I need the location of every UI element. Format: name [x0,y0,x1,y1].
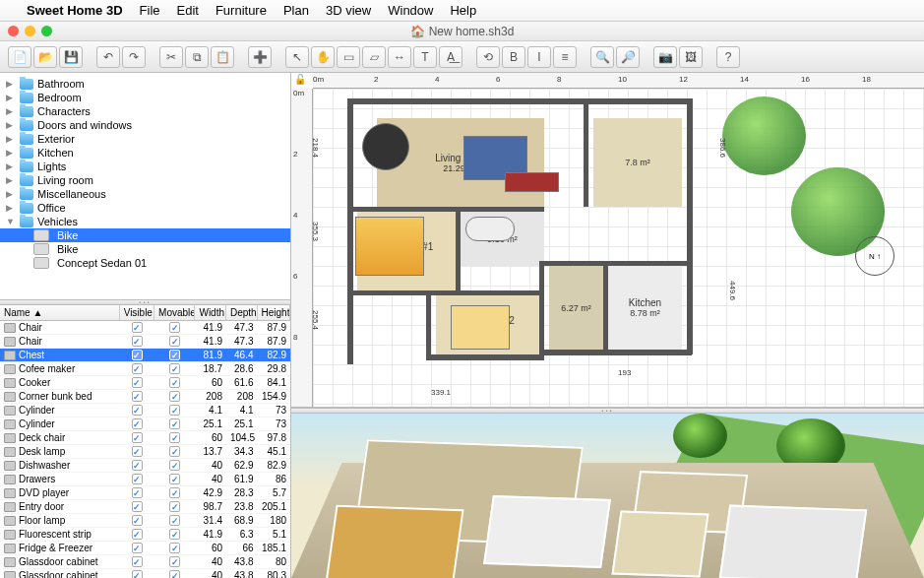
plan-3d-view[interactable] [291,414,924,578]
visible-checkbox[interactable] [132,501,143,512]
movable-checkbox[interactable] [169,487,180,498]
movable-checkbox[interactable] [169,418,180,429]
visible-checkbox[interactable] [132,336,143,347]
catalog-category[interactable]: Characters [0,104,290,118]
catalog-category[interactable]: Doors and windows [0,118,290,132]
visible-checkbox[interactable] [132,363,143,374]
photo-button[interactable]: 🖼 [679,46,703,68]
catalog-category[interactable]: Bathroom [0,77,290,91]
table-row[interactable]: Floor lamp 31.468.9180 [0,514,290,528]
movable-checkbox[interactable] [169,336,180,347]
table-row[interactable]: Entry door 98.723.8205.1 [0,500,290,514]
minimize-window-button[interactable] [25,26,35,36]
zoom-in-button[interactable]: 🔍 [590,46,614,68]
catalog-category[interactable]: Office [0,201,290,215]
app-name-menu[interactable]: Sweet Home 3D [27,3,123,18]
col-visible[interactable]: Visible [120,305,154,320]
col-movable[interactable]: Movable [154,305,195,320]
table-row[interactable]: Chair 41.947.387.9 [0,335,290,349]
movable-checkbox[interactable] [169,322,180,333]
menu-file[interactable]: File [140,3,160,18]
menu-edit[interactable]: Edit [177,3,199,18]
compass-icon[interactable] [855,236,894,276]
catalog-category[interactable]: Kitchen [0,146,290,160]
visible-checkbox[interactable] [132,570,143,578]
visible-checkbox[interactable] [132,432,143,443]
visible-checkbox[interactable] [132,446,143,457]
visible-checkbox[interactable] [132,350,143,360]
table-row[interactable]: Chest 81.946.482.9 [0,349,290,362]
movable-checkbox[interactable] [169,570,180,578]
table-row[interactable]: Deck chair 60104.597.8 [0,431,290,445]
movable-checkbox[interactable] [169,377,180,388]
catalog-item[interactable]: Concept Sedan 01 [0,256,290,270]
menu-help[interactable]: Help [450,3,476,18]
visible-checkbox[interactable] [132,418,143,429]
italic-button[interactable]: I [527,46,551,68]
zoom-out-button[interactable]: 🔎 [616,46,640,68]
catalog-category[interactable]: Living room [0,173,290,187]
table-row[interactable]: Cofee maker 18.728.629.8 [0,362,290,376]
table-row[interactable]: Cylinder 4.14.173 [0,404,290,417]
furniture-piece[interactable] [505,172,559,192]
select-button[interactable]: ↖ [285,46,309,68]
table-row[interactable]: Fridge & Freezer 6066185.1 [0,542,290,555]
visible-checkbox[interactable] [132,377,143,388]
table-row[interactable]: Drawers 4061.986 [0,473,290,486]
visible-checkbox[interactable] [132,515,143,526]
visible-checkbox[interactable] [132,460,143,471]
catalog-category[interactable]: Lights [0,160,290,173]
open-button[interactable]: 📂 [33,46,57,68]
align-button[interactable]: ≡ [553,46,577,68]
zoom-window-button[interactable] [41,26,52,36]
table-row[interactable]: Chair 41.947.387.9 [0,321,290,335]
furniture-piece[interactable] [451,305,510,350]
camera-button[interactable]: 📷 [653,46,677,68]
add-furn-button[interactable]: ➕ [248,46,272,68]
new-button[interactable]: 📄 [8,46,31,68]
room[interactable]: 7.8 m² [593,118,682,207]
furniture-piece[interactable] [355,217,424,276]
menu-window[interactable]: Window [388,3,433,18]
save-button[interactable]: 💾 [59,46,83,68]
table-row[interactable]: Desk lamp 13.734.345.1 [0,445,290,459]
table-row[interactable]: Cylinder 25.125.173 [0,417,290,431]
table-row[interactable]: DVD player 42.928.35.7 [0,486,290,500]
table-row[interactable]: Corner bunk bed 208208154.9 [0,390,290,404]
text-button[interactable]: T [413,46,437,68]
movable-checkbox[interactable] [169,405,180,416]
movable-checkbox[interactable] [169,446,180,457]
redo-button[interactable]: ↷ [122,46,146,68]
visible-checkbox[interactable] [132,556,143,567]
undo-button[interactable]: ↶ [96,46,120,68]
catalog-category[interactable]: Bedroom [0,91,290,104]
copy-button[interactable]: ⧉ [185,46,209,68]
visible-checkbox[interactable] [132,405,143,416]
catalog-category[interactable]: Exterior [0,132,290,146]
furniture-piece[interactable] [362,123,409,170]
catalog-category[interactable]: Miscellaneous [0,187,290,201]
table-row[interactable]: Fluorescent strip 41.96.35.1 [0,528,290,542]
visible-checkbox[interactable] [132,322,143,333]
catalog-category[interactable]: Vehicles [0,215,290,228]
furniture-piece[interactable] [465,217,515,241]
col-name[interactable]: Name ▲ [0,305,120,320]
room-button[interactable]: ▱ [362,46,386,68]
movable-checkbox[interactable] [169,556,180,567]
movable-checkbox[interactable] [169,543,180,553]
movable-checkbox[interactable] [169,529,180,540]
visible-checkbox[interactable] [132,543,143,553]
visible-checkbox[interactable] [132,529,143,540]
paste-button[interactable]: 📋 [211,46,234,68]
visible-checkbox[interactable] [132,474,143,484]
visible-checkbox[interactable] [132,391,143,402]
menu-plan[interactable]: Plan [283,3,309,18]
help-button[interactable]: ? [716,46,740,68]
movable-checkbox[interactable] [169,501,180,512]
lock-icon[interactable]: 🔓 [294,74,306,85]
movable-checkbox[interactable] [169,391,180,402]
catalog-item[interactable]: Bike [0,228,290,242]
cut-button[interactable]: ✂ [159,46,183,68]
bold-button[interactable]: B [502,46,525,68]
furniture-catalog-tree[interactable]: BathroomBedroomCharactersDoors and windo… [0,73,290,299]
